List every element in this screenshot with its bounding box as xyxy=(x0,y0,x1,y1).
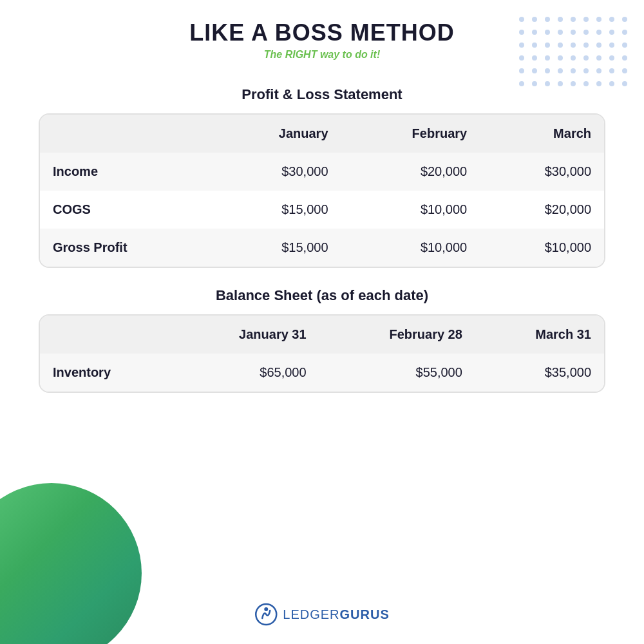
svg-point-55 xyxy=(264,607,268,611)
svg-point-30 xyxy=(558,55,563,61)
svg-point-4 xyxy=(571,17,576,22)
balance-col-label xyxy=(40,316,172,354)
svg-point-48 xyxy=(558,81,563,86)
svg-point-31 xyxy=(571,55,576,61)
svg-point-7 xyxy=(609,17,614,22)
svg-point-37 xyxy=(532,68,537,73)
svg-point-1 xyxy=(532,17,537,22)
balance-section-title: Balance Sheet (as of each date) xyxy=(39,287,605,304)
svg-point-18 xyxy=(519,43,524,48)
balance-table: January 31 February 28 March 31 Inventor… xyxy=(39,314,605,393)
svg-point-40 xyxy=(571,68,576,73)
svg-point-21 xyxy=(558,43,563,48)
svg-point-53 xyxy=(622,81,627,86)
pnl-row-label: Income xyxy=(40,153,212,191)
pnl-section: Profit & Loss Statement January February… xyxy=(39,86,605,268)
balance-row-label: Inventory xyxy=(40,354,172,392)
pnl-table: January February March Income$30,000$20,… xyxy=(39,113,605,268)
dot-pattern-decoration xyxy=(515,13,631,97)
svg-point-42 xyxy=(596,68,601,73)
svg-point-44 xyxy=(622,68,627,73)
svg-point-41 xyxy=(583,68,589,73)
pnl-row-feb: $20,000 xyxy=(341,153,480,191)
balance-row-mar: $35,000 xyxy=(475,354,604,392)
svg-point-10 xyxy=(532,30,537,35)
svg-point-26 xyxy=(622,43,627,48)
balance-header-row: January 31 February 28 March 31 xyxy=(40,316,604,354)
svg-point-49 xyxy=(571,81,576,86)
pnl-row-feb: $10,000 xyxy=(341,229,480,267)
balance-col-feb28: February 28 xyxy=(319,316,475,354)
svg-point-8 xyxy=(622,17,627,22)
balance-row-feb: $55,000 xyxy=(319,354,475,392)
pnl-row-mar: $10,000 xyxy=(480,229,604,267)
pnl-row: Income$30,000$20,000$30,000 xyxy=(40,153,604,191)
svg-point-16 xyxy=(609,30,614,35)
svg-point-43 xyxy=(609,68,614,73)
svg-point-5 xyxy=(583,17,589,22)
pnl-row-jan: $30,000 xyxy=(212,153,341,191)
svg-point-23 xyxy=(583,43,589,48)
balance-col-jan31: January 31 xyxy=(172,316,319,354)
svg-point-17 xyxy=(622,30,627,35)
svg-point-9 xyxy=(519,30,524,35)
pnl-row-mar: $20,000 xyxy=(480,191,604,229)
green-blob-decoration xyxy=(0,464,142,644)
pnl-row: COGS$15,000$10,000$20,000 xyxy=(40,191,604,229)
svg-point-22 xyxy=(571,43,576,48)
svg-point-3 xyxy=(558,17,563,22)
footer-logo: LEDGERGURUS xyxy=(254,603,389,626)
svg-point-39 xyxy=(558,68,563,73)
pnl-col-label xyxy=(40,115,212,153)
pnl-row: Gross Profit$15,000$10,000$10,000 xyxy=(40,229,604,267)
svg-point-52 xyxy=(609,81,614,86)
pnl-col-february: February xyxy=(341,115,480,153)
svg-point-45 xyxy=(519,81,524,86)
balance-section: Balance Sheet (as of each date) January … xyxy=(39,287,605,393)
svg-point-6 xyxy=(596,17,601,22)
pnl-col-march: March xyxy=(480,115,604,153)
pnl-row-jan: $15,000 xyxy=(212,229,341,267)
svg-point-25 xyxy=(609,43,614,48)
svg-point-2 xyxy=(545,17,550,22)
svg-point-36 xyxy=(519,68,524,73)
balance-col-mar31: March 31 xyxy=(475,316,604,354)
svg-point-33 xyxy=(596,55,601,61)
svg-point-20 xyxy=(545,43,550,48)
svg-point-38 xyxy=(545,68,550,73)
svg-point-0 xyxy=(519,17,524,22)
svg-point-12 xyxy=(558,30,563,35)
svg-point-28 xyxy=(532,55,537,61)
ledgergurus-logo-icon xyxy=(254,603,278,626)
svg-point-13 xyxy=(571,30,576,35)
svg-point-50 xyxy=(583,81,589,86)
pnl-row-feb: $10,000 xyxy=(341,191,480,229)
svg-point-29 xyxy=(545,55,550,61)
svg-point-34 xyxy=(609,55,614,61)
svg-point-11 xyxy=(545,30,550,35)
pnl-col-january: January xyxy=(212,115,341,153)
footer-logo-text: LEDGERGURUS xyxy=(283,607,389,622)
svg-point-51 xyxy=(596,81,601,86)
svg-point-46 xyxy=(532,81,537,86)
pnl-row-label: Gross Profit xyxy=(40,229,212,267)
balance-row: Inventory$65,000$55,000$35,000 xyxy=(40,354,604,392)
svg-point-35 xyxy=(622,55,627,61)
pnl-header-row: January February March xyxy=(40,115,604,153)
svg-point-15 xyxy=(596,30,601,35)
svg-point-14 xyxy=(583,30,589,35)
svg-point-24 xyxy=(596,43,601,48)
svg-point-32 xyxy=(583,55,589,61)
pnl-row-jan: $15,000 xyxy=(212,191,341,229)
svg-point-19 xyxy=(532,43,537,48)
svg-point-47 xyxy=(545,81,550,86)
balance-row-jan: $65,000 xyxy=(172,354,319,392)
pnl-row-label: COGS xyxy=(40,191,212,229)
pnl-row-mar: $30,000 xyxy=(480,153,604,191)
svg-point-27 xyxy=(519,55,524,61)
